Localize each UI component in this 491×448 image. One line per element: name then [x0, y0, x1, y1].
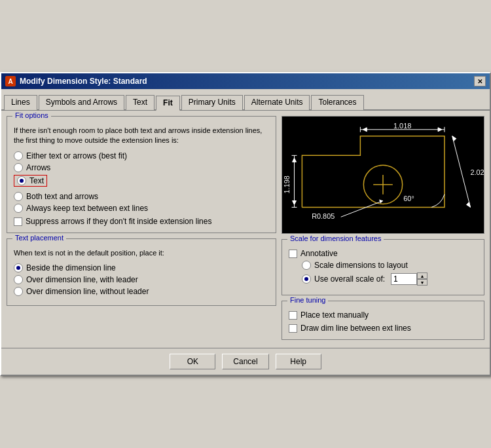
tab-alternate[interactable]: Alternate Units	[244, 95, 310, 110]
radio-over-no-leader-label: Over dimension line, without leader	[26, 287, 149, 296]
cancel-button[interactable]: Cancel	[222, 354, 268, 369]
svg-text:1.198: 1.198	[283, 176, 291, 193]
tab-text[interactable]: Text	[126, 95, 155, 110]
fit-options-group: Fit options If there isn't enough room t…	[7, 116, 276, 233]
radio-over-no-leader[interactable]: Over dimension line, without leader	[14, 287, 269, 296]
radio-best-fit-btn[interactable]	[14, 151, 23, 160]
scale-group-label: Scale for dimension features	[287, 234, 384, 242]
tab-primary[interactable]: Primary Units	[181, 95, 243, 110]
radio-arrows[interactable]: Arrows	[14, 163, 269, 172]
footer: OK Cancel Help	[1, 348, 490, 375]
right-panel: 1.018 1.198	[282, 116, 484, 340]
annotative-label: Annotative	[300, 249, 338, 258]
radio-always-keep-label: Always keep text between ext lines	[26, 204, 148, 213]
radio-always-keep[interactable]: Always keep text between ext lines	[14, 204, 269, 213]
radio-use-overall-label: Use overall scale of:	[314, 274, 385, 284]
app-icon: A	[5, 76, 16, 86]
fit-options-description: If there isn't enough room to place both…	[14, 126, 269, 146]
radio-over-leader-btn[interactable]	[14, 275, 23, 284]
svg-text:60°: 60°	[403, 195, 414, 202]
suppress-arrows-item[interactable]: Suppress arrows if they don't fit inside…	[14, 217, 269, 226]
preview-box: 1.018 1.198	[282, 116, 484, 234]
radio-beside[interactable]: Beside the dimension line	[14, 263, 269, 272]
text-placement-group: Text placement When text is not in the d…	[7, 238, 276, 306]
radio-both-btn[interactable]	[14, 192, 23, 201]
annotative-checkbox[interactable]	[289, 250, 297, 258]
scale-spinner[interactable]: 1 ▲ ▼	[391, 272, 427, 286]
tab-tolerances[interactable]: Tolerances	[311, 95, 363, 110]
suppress-arrows-label: Suppress arrows if they don't fit inside…	[26, 217, 211, 226]
radio-text-label: Text	[29, 176, 44, 185]
help-button[interactable]: Help	[276, 354, 321, 369]
radio-arrows-btn[interactable]	[14, 163, 23, 172]
radio-over-no-leader-btn[interactable]	[14, 287, 23, 296]
radio-scale-layout-label: Scale dimensions to layout	[314, 261, 408, 270]
tab-fit[interactable]: Fit	[156, 96, 180, 111]
annotative-item[interactable]: Annotative	[289, 249, 477, 258]
draw-dim-line-checkbox[interactable]	[289, 324, 297, 333]
radio-text-btn[interactable]	[17, 176, 26, 185]
svg-text:R0.805: R0.805	[312, 212, 335, 220]
place-manually-item[interactable]: Place text manually	[289, 310, 477, 320]
fine-tuning-label: Fine tuning	[287, 296, 328, 304]
fit-options-label: Fit options	[12, 111, 51, 119]
tab-lines[interactable]: Lines	[4, 95, 37, 110]
tabs-bar: Lines Symbols and Arrows Text Fit Primar…	[1, 92, 490, 111]
radio-both[interactable]: Both text and arrows	[14, 192, 269, 201]
spinner-down-btn[interactable]: ▼	[417, 279, 427, 286]
svg-text:1.018: 1.018	[393, 122, 411, 130]
radio-both-label: Both text and arrows	[26, 192, 98, 201]
svg-text:2.021: 2.021	[471, 168, 484, 176]
radio-scale-layout[interactable]: Scale dimensions to layout	[302, 261, 477, 270]
left-panel: Fit options If there isn't enough room t…	[7, 116, 276, 340]
fine-tuning-group: Fine tuning Place text manually Draw dim…	[282, 301, 484, 340]
radio-beside-label: Beside the dimension line	[26, 263, 116, 272]
window-title: Modify Dimension Style: Standard	[20, 77, 147, 86]
place-manually-checkbox[interactable]	[289, 311, 297, 320]
radio-over-leader[interactable]: Over dimension line, with leader	[14, 275, 269, 284]
radio-scale-layout-btn[interactable]	[302, 261, 311, 270]
radio-best-fit-label: Either text or arrows (best fit)	[26, 151, 127, 160]
tab-symbols[interactable]: Symbols and Arrows	[39, 95, 124, 110]
radio-text[interactable]: Text	[14, 175, 47, 187]
radio-best-fit[interactable]: Either text or arrows (best fit)	[14, 151, 269, 160]
title-bar: A Modify Dimension Style: Standard ✕	[1, 73, 490, 89]
draw-dim-line-label: Draw dim line between ext lines	[300, 324, 411, 333]
radio-over-leader-label: Over dimension line, with leader	[26, 275, 138, 284]
radio-always-keep-btn[interactable]	[14, 204, 23, 213]
scale-value-input[interactable]: 1	[391, 273, 417, 285]
spinner-up-btn[interactable]: ▲	[417, 272, 427, 279]
text-placement-description: When text is not in the default position…	[14, 248, 269, 258]
close-button[interactable]: ✕	[474, 76, 486, 86]
radio-use-overall[interactable]: Use overall scale of: 1 ▲ ▼	[302, 272, 477, 286]
scale-group: Scale for dimension features Annotative …	[282, 239, 484, 295]
radio-arrows-label: Arrows	[26, 163, 50, 172]
radio-use-overall-btn[interactable]	[302, 274, 311, 284]
preview-svg: 1.018 1.198	[282, 117, 484, 233]
main-window: A Modify Dimension Style: Standard ✕ Lin…	[0, 72, 491, 376]
suppress-arrows-checkbox[interactable]	[14, 217, 22, 226]
tab-content: Fit options If there isn't enough room t…	[1, 111, 490, 345]
text-placement-label: Text placement	[12, 234, 66, 242]
place-manually-label: Place text manually	[300, 310, 369, 320]
radio-beside-btn[interactable]	[14, 263, 23, 272]
ok-button[interactable]: OK	[170, 354, 215, 369]
draw-dim-line-item[interactable]: Draw dim line between ext lines	[289, 324, 477, 333]
